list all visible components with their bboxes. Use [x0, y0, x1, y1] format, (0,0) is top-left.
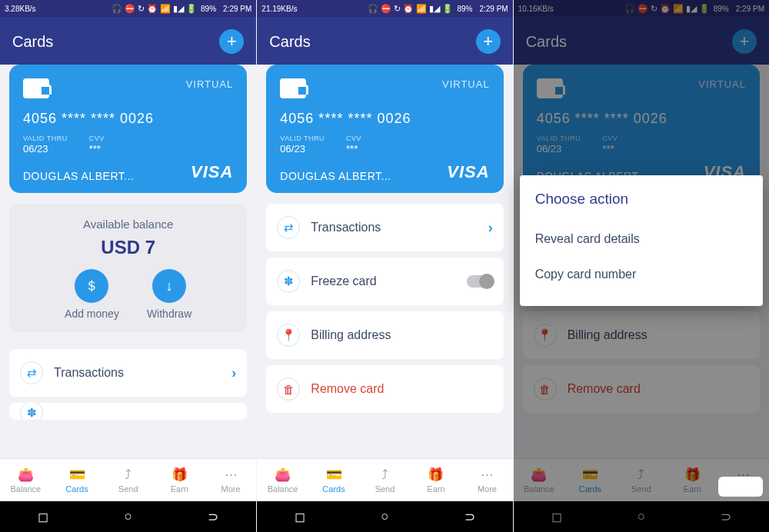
- remove-label: Remove card: [311, 382, 492, 396]
- tab-earn[interactable]: 🎁Earn: [154, 459, 205, 501]
- cards-icon: 💳: [69, 467, 85, 483]
- add-money-button[interactable]: ＄ Add money: [65, 269, 119, 320]
- freeze-toggle[interactable]: [467, 275, 493, 288]
- status-bar: 3.28KB/s 🎧 ⛔ ↻ ⏰ 📶 ▮◢ 🔋 89% 2:29 PM: [0, 0, 256, 17]
- headphone-icon: 🎧: [368, 4, 378, 14]
- earn-icon: 🎁: [171, 467, 188, 483]
- dnd-icon: ⛔: [125, 4, 135, 14]
- tab-balance[interactable]: 👛Balance: [257, 459, 308, 501]
- back-button[interactable]: ⊃: [464, 509, 475, 525]
- battery-icon: 🔋: [442, 4, 453, 14]
- more-icon: ⋯: [225, 467, 238, 483]
- cards-icon: 💳: [326, 467, 342, 483]
- tab-send[interactable]: ⤴Send: [359, 459, 410, 501]
- transactions-row[interactable]: ⇄ Transactions ›: [266, 204, 503, 251]
- tab-earn[interactable]: 🎁Earn: [411, 459, 461, 501]
- wallet-icon: 👛: [275, 467, 291, 483]
- dnd-icon: ⛔: [381, 4, 391, 14]
- add-card-button[interactable]: +: [476, 29, 501, 54]
- billing-row[interactable]: 📍 Billing address: [266, 311, 503, 359]
- recent-apps-button[interactable]: ◻: [38, 509, 48, 525]
- withdraw-icon: ↓: [152, 269, 186, 303]
- cvv-value: ***: [89, 143, 105, 155]
- virtual-card[interactable]: VIRTUAL 4056 **** **** 0026 VALID THRU06…: [9, 65, 247, 193]
- signal-icon: ▮◢: [173, 4, 184, 14]
- balance-panel: Available balance USD 7 ＄ Add money ↓ Wi…: [9, 204, 247, 332]
- add-money-icon: ＄: [75, 269, 108, 303]
- wallet-icon: 👛: [18, 467, 34, 483]
- status-netspeed: 21.19KB/s: [261, 5, 297, 13]
- home-button[interactable]: ○: [381, 509, 388, 524]
- transactions-icon: ⇄: [277, 216, 300, 239]
- battery-icon: 🔋: [186, 4, 197, 14]
- tab-more[interactable]: ⋯More: [461, 459, 512, 501]
- billing-label: Billing address: [311, 328, 492, 342]
- phone-screen-1: 3.28KB/s 🎧 ⛔ ↻ ⏰ 📶 ▮◢ 🔋 89% 2:29 PM Card…: [0, 0, 256, 532]
- app-header: Cards +: [0, 17, 256, 65]
- earn-icon: 🎁: [428, 467, 444, 483]
- visa-logo: VISA: [447, 162, 489, 182]
- status-bar: 21.19KB/s 🎧 ⛔ ↻ ⏰ 📶 ▮◢ 🔋 89% 2:29 PM: [257, 0, 512, 17]
- copy-number-option[interactable]: Copy card number: [535, 257, 747, 292]
- page-title: Cards: [269, 33, 310, 51]
- tab-balance[interactable]: 👛Balance: [0, 459, 52, 501]
- tab-more[interactable]: ⋯More: [205, 459, 257, 501]
- transactions-row[interactable]: ⇄ Transactions ›: [9, 349, 247, 397]
- card-number: 4056 **** **** 0026: [23, 111, 233, 127]
- bottom-nav: 👛Balance 💳Cards ⤴Send 🎁Earn ⋯More: [0, 458, 256, 501]
- phone-screen-2: 21.19KB/s 🎧 ⛔ ↻ ⏰ 📶 ▮◢ 🔋 89% 2:29 PM Car…: [256, 0, 512, 532]
- back-button[interactable]: ⊃: [208, 509, 218, 525]
- add-card-button[interactable]: +: [219, 29, 244, 54]
- android-nav: ◻ ○ ⊃: [257, 501, 512, 532]
- sheet-title: Choose action: [535, 191, 747, 208]
- tab-send[interactable]: ⤴Send: [102, 459, 154, 501]
- sync-icon: ↻: [138, 4, 145, 14]
- card-type-badge: VIRTUAL: [442, 78, 490, 90]
- status-time: 2:29 PM: [479, 5, 508, 13]
- phone-screen-3: 10.16KB/s 🎧 ⛔ ↻ ⏰ 📶 ▮◢ 🔋 89% 2:29 PM Car…: [513, 0, 769, 532]
- home-button[interactable]: ○: [125, 509, 132, 524]
- remove-row[interactable]: 🗑 Remove card: [266, 365, 503, 413]
- freeze-label: Freeze card: [311, 274, 455, 288]
- card-number: 4056 **** **** 0026: [280, 111, 489, 127]
- status-icons: 🎧 ⛔ ↻ ⏰ 📶 ▮◢ 🔋: [40, 4, 197, 14]
- action-sheet: Choose action Reveal card details Copy c…: [520, 175, 763, 306]
- valid-thru-label: VALID THRU: [23, 135, 68, 142]
- card-provider-logo: [23, 78, 49, 98]
- overlay-cover: [718, 477, 763, 497]
- network-icon: 📶: [160, 4, 171, 14]
- freeze-icon: ✽: [277, 270, 300, 293]
- status-icons: 🎧 ⛔ ↻ ⏰ 📶 ▮◢ 🔋: [301, 4, 453, 14]
- visa-logo: VISA: [191, 162, 233, 182]
- bottom-nav: 👛Balance 💳Cards ⤴Send 🎁Earn ⋯More: [257, 458, 512, 501]
- reveal-details-option[interactable]: Reveal card details: [535, 221, 747, 257]
- card-provider-logo: [280, 78, 306, 98]
- transactions-label: Transactions: [54, 366, 221, 380]
- tab-cards[interactable]: 💳Cards: [308, 459, 359, 501]
- withdraw-button[interactable]: ↓ Withdraw: [147, 269, 191, 320]
- valid-thru-value: 06/23: [280, 143, 325, 155]
- valid-thru-label: VALID THRU: [280, 135, 325, 142]
- recent-apps-button[interactable]: ◻: [295, 509, 305, 525]
- freeze-row-cutoff[interactable]: ✽: [9, 403, 247, 420]
- cvv-value: ***: [346, 143, 361, 155]
- status-netspeed: 3.28KB/s: [5, 5, 36, 13]
- app-header: Cards +: [257, 17, 512, 65]
- card-type-badge: VIRTUAL: [186, 78, 234, 90]
- page-title: Cards: [12, 33, 53, 51]
- sync-icon: ↻: [394, 4, 401, 14]
- network-icon: 📶: [416, 4, 427, 14]
- cvv-label: CVV: [346, 135, 361, 142]
- freeze-row[interactable]: ✽ Freeze card: [266, 258, 503, 305]
- virtual-card[interactable]: VIRTUAL 4056 **** **** 0026 VALID THRU06…: [266, 65, 503, 193]
- status-battery: 89%: [201, 5, 216, 13]
- cvv-label: CVV: [89, 135, 105, 142]
- valid-thru-value: 06/23: [23, 143, 68, 155]
- transactions-label: Transactions: [311, 221, 477, 234]
- send-icon: ⤴: [381, 467, 388, 483]
- tab-cards[interactable]: 💳Cards: [52, 459, 103, 501]
- pin-icon: 📍: [277, 324, 300, 347]
- more-icon: ⋯: [481, 467, 494, 483]
- android-nav: ◻ ○ ⊃: [0, 501, 256, 532]
- headphone-icon: 🎧: [112, 4, 122, 14]
